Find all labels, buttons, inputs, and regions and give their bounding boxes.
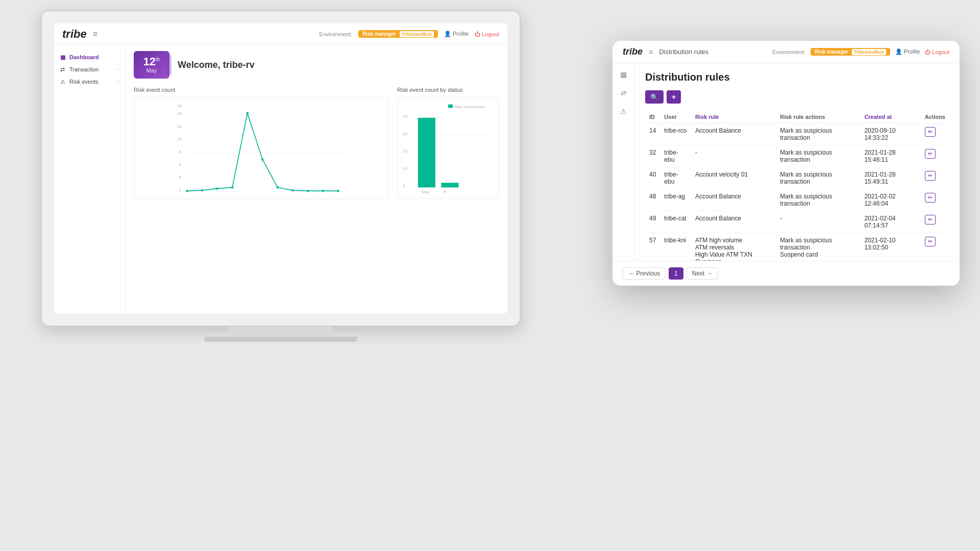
cell-user: tribe-rco (660, 123, 691, 145)
laptop-sidebar: ▦ Dashboard ⇄ Transaction › ⚠ Risk event… (54, 45, 126, 313)
col-created-at[interactable]: Created at (860, 111, 920, 123)
svg-text:14: 14 (177, 111, 182, 116)
edit-button-49[interactable]: ✏ (925, 215, 936, 224)
cell-user: tribe-ebu (660, 167, 691, 189)
cell-id: 49 (645, 211, 660, 233)
edit-button-14[interactable]: ✏ (925, 127, 936, 137)
modal-env-badge[interactable]: Risk manager TribeSandbox (811, 48, 890, 56)
add-button[interactable]: + (667, 90, 681, 104)
cell-created-at: 2021-01-28 15:49:31 (860, 167, 920, 189)
chart2-title: Risk event count by status (397, 87, 499, 93)
svg-rect-49 (441, 183, 458, 187)
modal-profile-link[interactable]: 👤 Profile (895, 48, 920, 55)
svg-rect-36 (448, 105, 453, 108)
cell-id: 40 (645, 167, 660, 189)
modal-header: tribe ≡ Distribution rules Environment: … (612, 41, 960, 63)
distribution-rules-table: ID User Risk rule Risk rule actions Crea… (645, 111, 949, 261)
table-row: 14 tribe-rco Account Balance Mark as sus… (645, 123, 949, 145)
modal-brand: tribe (623, 46, 643, 57)
svg-text:10: 10 (403, 166, 407, 171)
modal-sidebar-transaction-icon[interactable]: ⇄ (619, 88, 629, 98)
svg-text:12: 12 (177, 124, 182, 129)
modal-env-label: Environment: (772, 49, 805, 55)
cell-edit: ✏ (921, 123, 949, 145)
logout-link[interactable]: ⏻ Logout (475, 31, 499, 37)
cell-risk-rule-actions: Mark as suspicious transactionSuspend ca… (776, 233, 860, 261)
modal-header-right: Environment: Risk manager TribeSandbox 👤… (772, 48, 949, 56)
svg-text:16: 16 (177, 104, 182, 108)
cell-risk-rule: - (691, 145, 776, 167)
chevron-right-icon: › (117, 67, 119, 72)
transaction-icon: ⇄ (60, 66, 66, 72)
chevron-right-icon-2: › (117, 79, 119, 84)
svg-text:8: 8 (179, 149, 181, 154)
risk-icon: ⚠ (60, 79, 66, 85)
svg-rect-48 (418, 118, 435, 188)
laptop-stand (230, 327, 332, 337)
toolbar: 🔍 + (645, 90, 949, 104)
date-day: 12th (142, 56, 161, 67)
table-row: 32 tribe-ebu - Mark as suspicious transa… (645, 145, 949, 167)
cell-created-at: 2021-02-10 13:02:50 (860, 233, 920, 261)
edit-button-32[interactable]: ✏ (925, 149, 936, 159)
cell-risk-rule-actions: Mark as suspicious transaction (776, 167, 860, 189)
modal-hamburger-icon[interactable]: ≡ (649, 48, 653, 56)
edit-button-40[interactable]: ✏ (925, 171, 936, 181)
table-row: 40 tribe-ebu Account velocity 01 Mark as… (645, 167, 949, 189)
cell-risk-rule: Account Balance (691, 189, 776, 211)
sidebar-item-risk-events[interactable]: ⚠ Risk events › (54, 76, 125, 88)
search-icon: 🔍 (650, 93, 658, 101)
chart1-area: 2 4 6 8 10 12 14 16 (134, 97, 389, 199)
cell-risk-rule: Account velocity 01 (691, 167, 776, 189)
cell-edit: ✏ (921, 189, 949, 211)
cell-risk-rule: Account Balance (691, 123, 776, 145)
laptop-content: 12th May Welcome, tribe-rv Risk event co… (126, 45, 507, 313)
cell-edit: ✏ (921, 233, 949, 261)
search-button[interactable]: 🔍 (645, 90, 664, 104)
cell-created-at: 2021-02-04 07:14:57 (860, 211, 920, 233)
env-badge[interactable]: Risk manager TribeSandbox (358, 30, 438, 38)
svg-text:25: 25 (403, 114, 407, 119)
sidebar-item-transaction[interactable]: ⇄ Transaction › (54, 63, 125, 76)
cell-user: tribe-ag (660, 189, 691, 211)
laptop-window: tribe ≡ Environment: Risk manager TribeS… (41, 10, 521, 357)
chart2-area: Risk event count 5 10 15 20 25 (397, 97, 499, 199)
cell-risk-rule: Account Balance (691, 211, 776, 233)
svg-text:4: 4 (179, 175, 181, 180)
svg-point-28 (231, 186, 234, 189)
sidebar-item-dashboard[interactable]: ▦ Dashboard (54, 51, 125, 63)
cell-id: 57 (645, 233, 660, 261)
modal-sidebar-dashboard-icon[interactable]: ▦ (619, 69, 629, 80)
cell-edit: ✏ (921, 211, 949, 233)
cell-user: tribe-kni (660, 233, 691, 261)
modal-sidebar-risk-icon[interactable]: ⚠ (619, 106, 629, 116)
welcome-section: 12th May Welcome, tribe-rv (134, 51, 499, 79)
svg-point-29 (246, 112, 249, 114)
col-risk-rule[interactable]: Risk rule (691, 111, 776, 123)
cell-risk-rule-actions: - (776, 211, 860, 233)
svg-point-30 (261, 158, 264, 161)
page-1-button[interactable]: 1 (669, 267, 683, 280)
hamburger-icon[interactable]: ≡ (93, 30, 97, 39)
profile-link[interactable]: 👤 Profile (444, 31, 469, 37)
prev-button[interactable]: ← Previous (623, 267, 666, 280)
cell-created-at: 2020-09-10 14:33:22 (860, 123, 920, 145)
edit-button-57[interactable]: ✏ (925, 237, 936, 246)
cell-id: 32 (645, 145, 660, 167)
edit-button-48[interactable]: ✏ (925, 193, 936, 203)
modal-logout-link[interactable]: ⏻ Logout (925, 49, 949, 55)
svg-text:6: 6 (179, 162, 181, 167)
chart-box-bar: Risk event count by status Risk event co… (397, 87, 499, 199)
cell-user: tribe-cat (660, 211, 691, 233)
date-card: 12th May (134, 51, 169, 79)
cell-risk-rule: ATM high volumeATM reversalsHigh Value A… (691, 233, 776, 261)
svg-point-35 (337, 190, 339, 192)
laptop-body: tribe ≡ Environment: Risk manager TribeS… (41, 10, 521, 327)
dashboard-icon: ▦ (60, 54, 66, 60)
modal-sidebar: ▦ ⇄ ⚠ (612, 63, 635, 261)
modal-content: Distribution rules 🔍 + ID User Risk rule… (635, 63, 960, 261)
next-button[interactable]: Next → (687, 267, 718, 280)
svg-text:P...: P... (444, 190, 449, 194)
svg-text:10: 10 (177, 137, 182, 141)
laptop-header: tribe ≡ Environment: Risk manager TribeS… (54, 23, 507, 45)
